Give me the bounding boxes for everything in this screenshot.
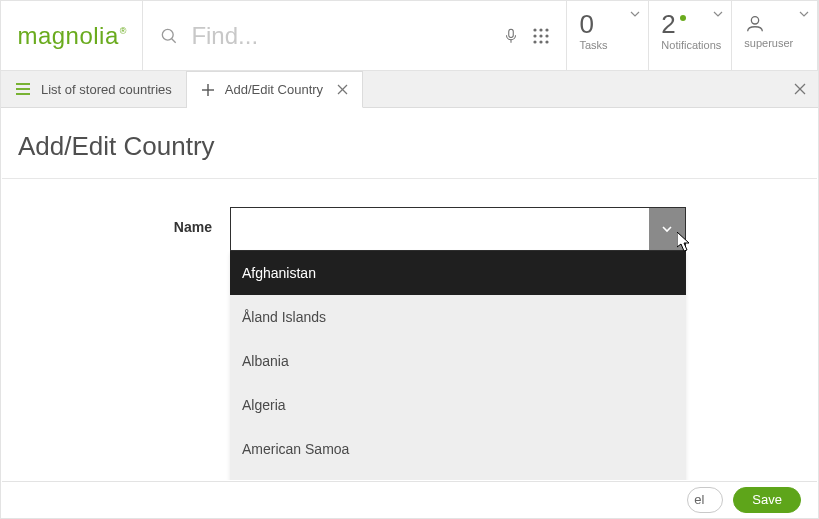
combo-option[interactable]: Afghanistan [230, 251, 686, 295]
close-tab-icon[interactable] [337, 84, 348, 95]
footer-bar: el Save [2, 481, 817, 517]
svg-point-6 [546, 28, 549, 31]
svg-rect-2 [509, 29, 514, 37]
name-input[interactable] [231, 208, 649, 250]
tasks-cell[interactable]: 0 Tasks [567, 1, 649, 70]
tab-list-countries[interactable]: List of stored countries [1, 71, 187, 107]
svg-point-8 [540, 34, 543, 37]
svg-point-0 [163, 29, 174, 40]
page-title: Add/Edit Country [2, 109, 817, 179]
notifications-count-num: 2 [661, 11, 675, 37]
tabs-bar: List of stored countries Add/Edit Countr… [1, 71, 818, 108]
save-button[interactable]: Save [733, 487, 801, 513]
search-cell [143, 1, 567, 70]
brand-logo: magnolia® [17, 22, 126, 50]
brand-reg: ® [120, 26, 127, 36]
search-input[interactable] [191, 22, 490, 50]
combo-option[interactable]: American Samoa [230, 427, 686, 471]
combo-option[interactable]: Albania [230, 339, 686, 383]
microphone-icon[interactable] [502, 26, 520, 46]
tab-list-label: List of stored countries [41, 82, 172, 97]
unread-dot-icon [680, 15, 686, 21]
close-all-tabs-icon[interactable] [794, 83, 806, 95]
svg-point-5 [540, 28, 543, 31]
logo-cell[interactable]: magnolia® [1, 1, 143, 70]
content-area[interactable]: Add/Edit Country Name Afghanistan Åland … [2, 109, 817, 480]
app-launcher-icon[interactable] [532, 27, 550, 45]
svg-point-4 [534, 28, 537, 31]
tab-add-edit-country[interactable]: Add/Edit Country [187, 71, 363, 108]
form-row-name: Name Afghanistan Åland Islands Albania A… [2, 179, 817, 251]
user-icon [744, 13, 807, 35]
user-name: superuser [744, 37, 807, 49]
svg-point-9 [546, 34, 549, 37]
combo-dropdown-scroll[interactable]: Afghanistan Åland Islands Albania Algeri… [230, 251, 686, 480]
notifications-count: 2 [661, 11, 721, 37]
combo-toggle-button[interactable] [649, 208, 685, 250]
name-label: Name [2, 207, 230, 235]
combo-option[interactable]: Åland Islands [230, 295, 686, 339]
list-icon [15, 82, 31, 96]
name-combo: Afghanistan Åland Islands Albania Algeri… [230, 207, 686, 251]
svg-point-13 [752, 17, 759, 24]
svg-point-10 [534, 40, 537, 43]
tasks-label: Tasks [579, 39, 638, 51]
app-header: magnolia® 0 Tasks 2 Notifications [1, 1, 818, 71]
search-icon[interactable] [159, 26, 179, 46]
cancel-button[interactable]: el [687, 487, 723, 513]
svg-line-1 [172, 38, 176, 42]
combo-dropdown: Afghanistan Åland Islands Albania Algeri… [230, 251, 686, 480]
combo-option[interactable]: Andorra [230, 471, 686, 480]
combo-option[interactable]: Algeria [230, 383, 686, 427]
combo-box [230, 207, 686, 251]
chevron-down-icon [713, 9, 723, 19]
chevron-down-icon [799, 9, 809, 19]
notifications-label: Notifications [661, 39, 721, 51]
chevron-down-icon [660, 222, 674, 236]
tab-editor-label: Add/Edit Country [225, 82, 323, 97]
user-cell[interactable]: superuser [732, 1, 818, 70]
plus-icon [201, 83, 215, 97]
brand-name: magnolia [17, 22, 118, 49]
notifications-cell[interactable]: 2 Notifications [649, 1, 732, 70]
chevron-down-icon [630, 9, 640, 19]
svg-point-12 [546, 40, 549, 43]
svg-point-7 [534, 34, 537, 37]
svg-point-11 [540, 40, 543, 43]
